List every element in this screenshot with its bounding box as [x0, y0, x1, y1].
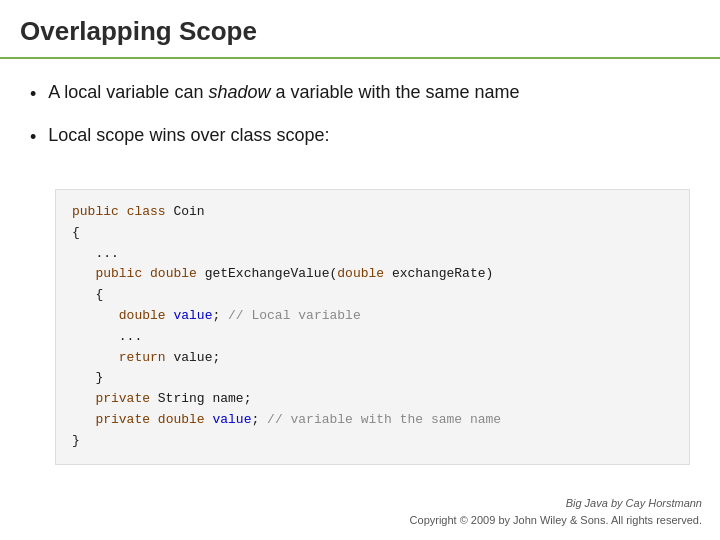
footer: Big Java by Cay Horstmann Copyright © 20… [410, 495, 702, 528]
bullet-text-2: Local scope wins over class scope: [48, 122, 329, 149]
code-line-9: } [72, 368, 673, 389]
bullet-italic-1: shadow [208, 82, 270, 102]
code-line-2: { [72, 223, 673, 244]
code-line-5: { [72, 285, 673, 306]
code-line-7: ... [72, 327, 673, 348]
bullet-item-2: • Local scope wins over class scope: [30, 122, 690, 151]
footer-line2: Copyright © 2009 by John Wiley & Sons. A… [410, 512, 702, 529]
code-line-10: private String name; [72, 389, 673, 410]
bullet-dot-1: • [30, 81, 36, 108]
bullet-dot-2: • [30, 124, 36, 151]
code-line-4: public double getExchangeValue(double ex… [72, 264, 673, 285]
bullet-text-before-1: A local variable can [48, 82, 208, 102]
bullet-text-after-1: a variable with the same name [270, 82, 519, 102]
footer-line1: Big Java by Cay Horstmann [410, 495, 702, 512]
code-line-6: double value; // Local variable [72, 306, 673, 327]
code-line-3: ... [72, 244, 673, 265]
title-bar: Overlapping Scope [0, 0, 720, 59]
code-line-12: } [72, 431, 673, 452]
bullet-text-1: A local variable can shadow a variable w… [48, 79, 519, 106]
slide: Overlapping Scope • A local variable can… [0, 0, 720, 540]
content-area: • A local variable can shadow a variable… [0, 59, 720, 175]
code-line-8: return value; [72, 348, 673, 369]
code-line-11: private double value; // variable with t… [72, 410, 673, 431]
slide-title: Overlapping Scope [20, 16, 257, 46]
code-block: public class Coin { ... public double ge… [55, 189, 690, 465]
code-line-1: public class Coin [72, 202, 673, 223]
bullet-item-1: • A local variable can shadow a variable… [30, 79, 690, 108]
